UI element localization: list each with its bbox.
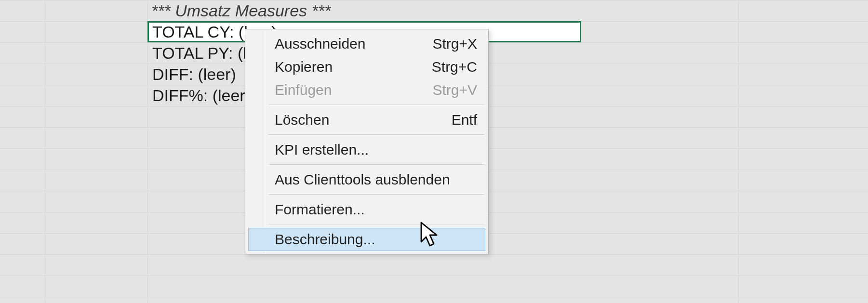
menu-item-paste: Einfügen Strg+V — [248, 79, 485, 102]
menu-item-label: Formatieren... — [275, 201, 467, 218]
menu-item-shortcut: Strg+C — [422, 59, 477, 75]
menu-item-delete[interactable]: Löschen Entf — [248, 108, 485, 132]
menu-item-label: KPI erstellen... — [275, 142, 467, 158]
menu-item-label: Löschen — [275, 112, 442, 128]
menu-item-cut[interactable]: Ausschneiden Strg+X — [248, 32, 485, 55]
menu-separator — [268, 134, 484, 135]
menu-item-copy[interactable]: Kopieren Strg+C — [248, 55, 485, 79]
calculation-area-header: *** Umsatz Measures *** — [147, 0, 581, 21]
menu-separator — [268, 194, 484, 195]
menu-item-description[interactable]: Beschreibung... — [248, 228, 485, 251]
menu-item-hide-from-client-tools[interactable]: Aus Clienttools ausblenden — [248, 168, 485, 191]
menu-item-label: Kopieren — [275, 59, 422, 75]
menu-separator — [268, 224, 484, 225]
menu-item-create-kpi[interactable]: KPI erstellen... — [248, 138, 485, 161]
menu-separator — [268, 105, 484, 105]
menu-separator — [268, 164, 484, 165]
menu-item-format[interactable]: Formatieren... — [248, 198, 485, 221]
menu-item-label: Einfügen — [275, 82, 423, 98]
menu-item-label: Ausschneiden — [275, 36, 423, 52]
menu-item-label: Aus Clienttools ausblenden — [275, 171, 467, 188]
menu-item-shortcut: Strg+X — [423, 36, 477, 52]
menu-item-shortcut: Entf — [442, 112, 477, 128]
menu-item-shortcut: Strg+V — [423, 82, 477, 98]
menu-item-label: Beschreibung... — [275, 231, 467, 248]
context-menu: Ausschneiden Strg+X Kopieren Strg+C Einf… — [245, 29, 489, 254]
